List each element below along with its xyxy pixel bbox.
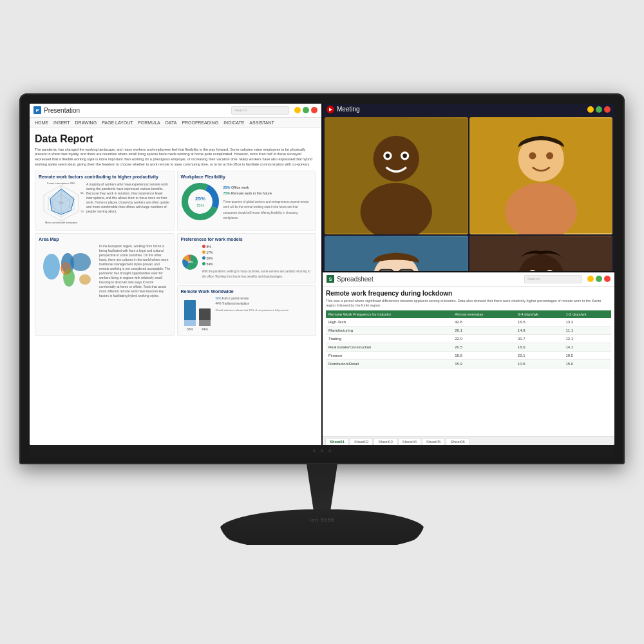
- menu-data[interactable]: DATA: [166, 120, 177, 125]
- meet-maximize-button[interactable]: [596, 106, 602, 113]
- svg-point-25: [61, 263, 70, 274]
- chart5-footer: Global statistics indicate that 19% of c…: [216, 308, 290, 312]
- menu-drawing[interactable]: DRAWING: [75, 120, 97, 125]
- sheet-tab-sheet04[interactable]: Sheet04: [398, 438, 421, 445]
- maximize-button[interactable]: [303, 107, 309, 113]
- right-panels: ▶ Meeting: [323, 104, 614, 445]
- svg-point-39: [386, 153, 390, 158]
- sheet-minimize-button[interactable]: [587, 276, 594, 282]
- sheet-close-button[interactable]: [604, 276, 611, 282]
- svg-rect-29: [184, 320, 196, 326]
- chart-workplace-flex: Workplace Flexibility 25% 75%: [177, 171, 317, 230]
- table-cell: Manufacturing: [326, 326, 452, 334]
- bezel-bottom: [30, 445, 614, 457]
- meeting-title: Meeting: [337, 106, 582, 113]
- sheet-controls: [587, 276, 611, 282]
- bezel-dot-1: [313, 450, 316, 452]
- table-header-col3: 1-2 days/wk: [563, 310, 611, 318]
- bar-sub1: Full or partial remote: [222, 297, 249, 300]
- table-cell: 26.1: [452, 326, 515, 334]
- sheet-subtitle: This was a period where significant diff…: [326, 299, 611, 308]
- pie-area: 54% 9% 17% 20% 54% With the pandemic set…: [181, 244, 313, 279]
- bezel-dot-2: [321, 450, 323, 452]
- menu-proofing[interactable]: PROOFREADING: [182, 120, 218, 125]
- sheet-maximize-button[interactable]: [596, 276, 602, 282]
- menu-pagelayout[interactable]: PAGE LAYOUT: [102, 120, 133, 125]
- chart-remote-worldwide: Remote Work Worldwide 56%: [177, 285, 317, 336]
- table-row: Trading22.031.712.1: [326, 334, 611, 343]
- sheet-tab-sheet02[interactable]: Sheet02: [350, 438, 373, 445]
- table-cell: 14.1: [563, 343, 611, 351]
- chart2-desc: Three-quarters of global workers and ent…: [223, 200, 313, 220]
- hex-description: A majority of workers who have experienc…: [86, 182, 171, 214]
- monitor-bezel: P Presentation Search HOME INSERT DRAWIN…: [19, 93, 625, 464]
- donut-legend: 25% Office work 75% Remote work in the f…: [223, 185, 313, 221]
- table-cell: 11.1: [563, 326, 611, 334]
- meeting-app: ▶ Meeting: [323, 104, 614, 271]
- presentation-title: Presentation: [44, 107, 229, 114]
- pie-label2: 17%: [207, 251, 213, 254]
- menu-indicate[interactable]: INDICATE: [223, 120, 244, 125]
- meet-close-button[interactable]: [604, 106, 611, 113]
- data-table: Remote Work Frequency by industry Almost…: [326, 310, 611, 368]
- video-participant-1: [325, 117, 468, 234]
- sheet-search[interactable]: Search: [524, 275, 582, 283]
- table-cell: Trading: [326, 334, 452, 343]
- svg-rect-31: [199, 320, 211, 326]
- monitor: P Presentation Search HOME INSERT DRAWIN…: [19, 93, 625, 551]
- spreadsheet-app: S Spreadsheet Search Remote work frequen…: [323, 272, 614, 445]
- svg-text:75%: 75%: [196, 204, 204, 207]
- chart4-desc: With the pandemic settling in many count…: [202, 269, 312, 279]
- presentation-search[interactable]: Search: [231, 106, 289, 115]
- close-button[interactable]: [311, 107, 317, 113]
- charts-grid: Remote work factors contributing to high…: [35, 171, 316, 336]
- sheet-tab-sheet06[interactable]: Sheet06: [446, 438, 469, 445]
- sheet-tab-sheet05[interactable]: Sheet05: [422, 438, 445, 445]
- table-header-col2: 3-4 days/wk: [515, 310, 564, 318]
- window-controls: [294, 107, 317, 113]
- pie-legend: 9% 17% 20% 54% With the pandemic settlin…: [202, 244, 312, 279]
- sheet-titlebar: S Spreadsheet Search: [323, 272, 614, 287]
- sheet-tab-sheet01[interactable]: Sheet01: [325, 438, 349, 445]
- spreadsheet-title: Spreadsheet: [337, 276, 522, 283]
- hex-chart: Fewer interruptions 29% More focus 70% M…: [39, 182, 171, 227]
- meeting-controls: [587, 106, 611, 113]
- table-header-col1: Almost everyday: [452, 310, 515, 318]
- video-grid: [323, 115, 614, 271]
- table-row: Real Estate/Construction20.516.014.1: [326, 343, 611, 351]
- table-cell: Distribution/Retail: [326, 359, 452, 368]
- table-header-industry: Remote Work Frequency by industry: [326, 310, 452, 318]
- video-participant-2: [469, 117, 613, 234]
- minimize-button[interactable]: [294, 107, 301, 113]
- bar-label1: 56%: [216, 297, 222, 300]
- bar-area: 56% 44% 56% Full or partial remote 44% T…: [181, 297, 313, 332]
- table-cell: 13.2: [563, 318, 611, 327]
- spreadsheet-icon: S: [327, 275, 334, 283]
- meeting-icon: ▶: [327, 106, 334, 113]
- presentation-icon: P: [33, 106, 41, 114]
- meeting-titlebar: ▶ Meeting: [323, 104, 614, 115]
- donut-label1: Office work: [231, 185, 249, 189]
- meet-minimize-button[interactable]: [587, 106, 594, 113]
- table-cell: 14.9: [515, 326, 564, 334]
- search-placeholder: Search: [234, 108, 247, 112]
- chart5-desc: 56% Full or partial remote 44% Tradition…: [216, 297, 290, 312]
- bar-sub2: Traditional workplace: [222, 302, 249, 305]
- table-row: Distribution/Retail15.910.615.0: [326, 359, 611, 368]
- charts-4-5: Preferences for work models: [177, 233, 317, 336]
- table-cell: 10.6: [515, 359, 564, 368]
- video-participant-4: [469, 236, 613, 271]
- menu-assistant[interactable]: ASSISTANT: [249, 120, 274, 125]
- table-cell: 22.0: [452, 334, 515, 343]
- svg-text:More focus: More focus: [80, 191, 84, 194]
- menu-home[interactable]: HOME: [35, 120, 48, 125]
- svg-text:56%: 56%: [186, 327, 193, 331]
- sheet-tab-sheet03[interactable]: Sheet03: [374, 438, 397, 445]
- menu-insert[interactable]: INSERT: [53, 120, 70, 125]
- svg-point-23: [70, 253, 91, 271]
- menu-formula[interactable]: FORMULA: [138, 120, 160, 125]
- sheet-content: Remote work frequency during lockdown Th…: [323, 287, 614, 436]
- monitor-model-label: Ion 5656: [309, 513, 334, 524]
- table-cell: 42.8: [452, 318, 515, 327]
- donut-label2: Remote work in the future: [231, 191, 272, 195]
